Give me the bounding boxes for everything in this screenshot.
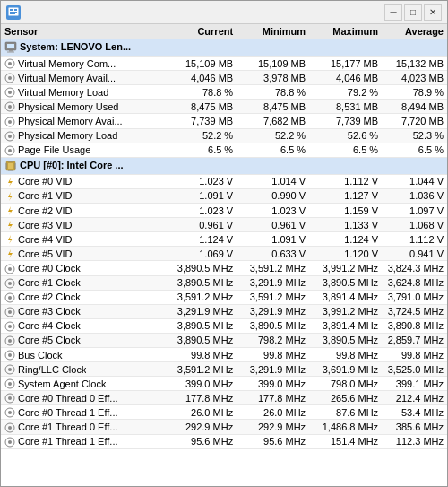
close-button[interactable]: ✕ xyxy=(424,4,442,21)
circle-icon xyxy=(4,335,15,346)
svg-rect-4 xyxy=(10,13,15,14)
sensor-label: Virtual Memory Com... xyxy=(4,57,116,69)
sensor-average: 15,132 MB xyxy=(382,57,447,71)
sensor-average: 1.068 V xyxy=(382,218,447,232)
sensor-current: 3,890.5 MHz xyxy=(164,261,237,275)
sensor-minimum: 52.2 % xyxy=(237,128,309,143)
sensor-average: 3,890.8 MHz xyxy=(382,318,447,333)
circle-icon xyxy=(4,115,15,126)
table-row: Core #5 Clock3,890.5 MHz798.2 MHz3,890.5… xyxy=(1,333,447,347)
sensor-minimum: 0.961 V xyxy=(237,218,309,232)
sensor-name: Page File Usage xyxy=(18,144,90,155)
table-row: Page File Usage6.5 %6.5 %6.5 %6.5 % xyxy=(1,143,447,157)
table-row: Physical Memory Avai...7,739 MB7,682 MB7… xyxy=(1,114,447,128)
table-row: Core #1 Thread 1 Eff...95.6 MHz95.6 MHz1… xyxy=(1,434,447,448)
sensor-name: Ring/LLC Clock xyxy=(18,364,86,375)
sensor-current: 1.023 V xyxy=(164,204,237,218)
minimize-button[interactable]: ─ xyxy=(384,4,402,21)
sensor-current: 3,591.2 MHz xyxy=(164,362,237,377)
sensor-name: Bus Clock xyxy=(18,350,63,361)
sensor-label: Physical Memory Avai... xyxy=(4,115,123,126)
table-row: Virtual Memory Load78.8 %78.8 %79.2 %78.… xyxy=(1,85,447,100)
sensor-current: 292.9 MHz xyxy=(164,420,237,434)
svg-point-60 xyxy=(8,382,12,386)
circle-icon xyxy=(4,72,15,83)
sensor-minimum: 1.023 V xyxy=(237,204,309,218)
maximize-button[interactable]: □ xyxy=(404,4,422,21)
col-current: Current xyxy=(164,24,237,39)
section-header-system: System: LENOVO Len... xyxy=(1,39,447,57)
sensor-name: Core #3 Clock xyxy=(18,306,81,317)
sensor-minimum: 7,682 MB xyxy=(237,114,309,128)
col-average: Average xyxy=(382,24,447,39)
sensor-current: 3,890.5 MHz xyxy=(164,318,237,333)
sensor-minimum: 0.990 V xyxy=(237,188,309,203)
sensor-average: 1.036 V xyxy=(382,188,447,203)
circle-icon xyxy=(4,291,15,303)
svg-marker-40 xyxy=(8,221,13,230)
sensor-name: Core #2 Clock xyxy=(18,291,81,302)
sensor-label: Core #4 VID xyxy=(4,233,73,245)
circle-icon xyxy=(4,100,15,112)
sensor-current: 399.0 MHz xyxy=(164,377,237,391)
sensor-minimum: 99.8 MHz xyxy=(237,347,309,361)
sensor-maximum: 1.159 V xyxy=(309,204,382,218)
svg-point-54 xyxy=(8,339,12,343)
sensor-name: Virtual Memory Com... xyxy=(18,58,116,69)
sensor-minimum: 177.8 MHz xyxy=(237,391,309,405)
content-area: Sensor Current Minimum Maximum Average S… xyxy=(1,24,447,486)
sensor-label: Core #0 Clock xyxy=(4,262,81,274)
sensor-current: 1.091 V xyxy=(164,188,237,203)
sensor-label: System Agent Clock xyxy=(4,378,106,389)
sensor-maximum: 52.6 % xyxy=(309,128,382,143)
lightning-icon xyxy=(4,176,15,187)
svg-point-64 xyxy=(8,411,12,414)
sensor-name: Core #1 Clock xyxy=(18,277,81,288)
table-row: Core #3 Clock3,291.9 MHz3,291.9 MHz3,991… xyxy=(1,304,447,318)
sensor-average: 2,859.7 MHz xyxy=(382,333,447,347)
svg-point-18 xyxy=(8,120,12,124)
sensor-table-container[interactable]: Sensor Current Minimum Maximum Average S… xyxy=(1,24,447,486)
sensor-current: 1.069 V xyxy=(164,247,237,261)
circle-icon xyxy=(4,262,15,274)
sensor-current: 177.8 MHz xyxy=(164,391,237,405)
svg-marker-42 xyxy=(8,249,13,258)
sensor-average: 112.3 MHz xyxy=(382,434,447,448)
sensor-minimum: 3,291.9 MHz xyxy=(237,304,309,318)
sensor-name: Core #0 Thread 0 Eff... xyxy=(18,393,118,404)
circle-icon xyxy=(4,349,15,361)
sensor-maximum: 1.124 V xyxy=(309,232,382,247)
sensor-name: Virtual Memory Load xyxy=(18,87,108,98)
sensor-minimum: 3,890.5 MHz xyxy=(237,318,309,333)
svg-point-46 xyxy=(8,282,12,285)
sensor-maximum: 8,531 MB xyxy=(309,100,382,114)
table-row: Core #2 VID1.023 V1.023 V1.159 V1.097 V xyxy=(1,204,447,218)
svg-point-14 xyxy=(8,91,12,94)
sensor-name: Physical Memory Avai... xyxy=(18,116,123,126)
lightning-icon xyxy=(4,190,15,202)
svg-point-16 xyxy=(8,105,12,109)
sensor-average: 99.8 MHz xyxy=(382,347,447,361)
sensor-name: Core #0 Thread 1 Eff... xyxy=(18,407,118,418)
title-bar: ─ □ ✕ xyxy=(1,1,447,24)
sensor-maximum: 3,991.2 MHz xyxy=(309,304,382,318)
sensor-current: 1.124 V xyxy=(164,232,237,247)
svg-point-10 xyxy=(8,62,12,65)
table-row: Virtual Memory Avail...4,046 MB3,978 MB4… xyxy=(1,71,447,85)
sensor-average: 3,824.3 MHz xyxy=(382,261,447,275)
sensor-maximum: 87.6 MHz xyxy=(309,405,382,420)
sensor-average: 3,791.0 MHz xyxy=(382,290,447,304)
svg-point-52 xyxy=(8,325,12,328)
sensor-label: Core #2 VID xyxy=(4,204,73,216)
sensor-name: Core #0 Clock xyxy=(18,263,81,274)
sensor-label: Virtual Memory Load xyxy=(4,86,108,98)
sensor-average: 78.9 % xyxy=(382,85,447,100)
sensor-maximum: 15,177 MB xyxy=(309,57,382,71)
sensor-average: 3,525.0 MHz xyxy=(382,362,447,377)
sensor-maximum: 1.112 V xyxy=(309,174,382,188)
sensor-average: 385.6 MHz xyxy=(382,420,447,434)
sensor-label: Core #1 Clock xyxy=(4,277,81,289)
svg-point-48 xyxy=(8,296,12,300)
sensor-label: Core #1 Thread 0 Eff... xyxy=(4,421,118,432)
sensor-label: Physical Memory Used xyxy=(4,100,118,112)
